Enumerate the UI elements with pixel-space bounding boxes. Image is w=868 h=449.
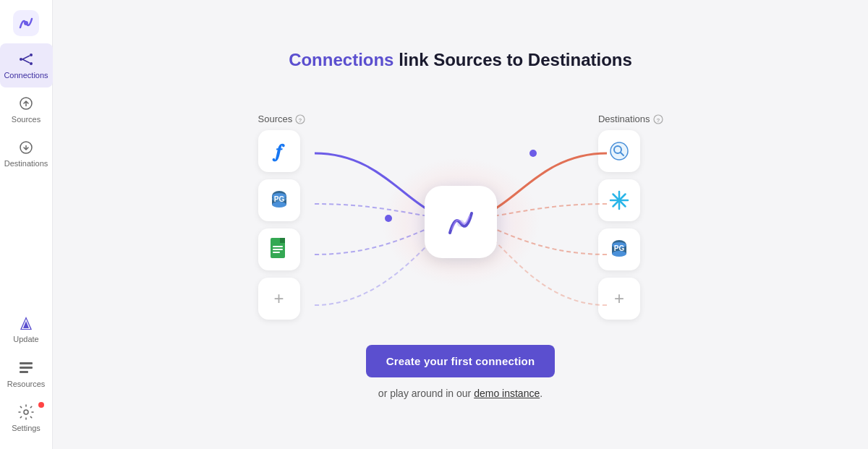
svg-line-6	[22, 59, 30, 63]
sidebar-bottom: Update Resources Settings	[0, 307, 53, 440]
svg-point-3	[30, 54, 33, 56]
main-content: Connections link Sources to Destinations…	[53, 0, 868, 449]
diagram-area: Sources ? 𝒇	[244, 99, 678, 345]
sidebar-item-sources-label: Sources	[12, 115, 41, 124]
sidebar-item-connections-label: Connections	[4, 71, 48, 80]
sources-icon	[17, 95, 35, 112]
sidebar-item-settings[interactable]: Settings	[0, 396, 53, 440]
app-logo	[12, 9, 41, 38]
sidebar-item-connections[interactable]: Connections	[0, 43, 53, 87]
sidebar-item-sources[interactable]: Sources	[0, 87, 53, 132]
create-connection-button[interactable]: Create your first connection	[366, 345, 556, 377]
resources-icon	[17, 359, 35, 377]
destinations-icon	[17, 139, 35, 156]
sidebar-item-settings-label: Settings	[12, 424, 41, 433]
sidebar-item-update[interactable]: Update	[0, 307, 53, 351]
svg-point-31	[385, 215, 392, 222]
headline-suffix: link Sources to Destinations	[393, 50, 631, 69]
headline-connections: Connections	[289, 50, 393, 69]
headline: Connections link Sources to Destinations	[289, 50, 632, 70]
svg-point-32	[529, 150, 537, 157]
sidebar: Connections Sources Destinations Update	[0, 0, 53, 449]
svg-point-17	[24, 410, 28, 414]
svg-point-1	[24, 21, 28, 25]
sidebar-item-destinations-label: Destinations	[4, 159, 48, 168]
update-icon	[17, 315, 35, 332]
connections-icon	[17, 51, 35, 68]
demo-instance-link[interactable]: demo instance	[474, 388, 540, 399]
sidebar-item-update-label: Update	[13, 335, 38, 344]
cta-section: Create your first connection or play aro…	[366, 345, 556, 399]
settings-icon	[17, 403, 35, 421]
center-logo-card	[425, 186, 497, 258]
svg-point-2	[20, 58, 22, 61]
svg-point-4	[30, 62, 33, 65]
airbyte-logo	[439, 200, 482, 244]
svg-rect-14	[20, 362, 33, 364]
svg-line-5	[22, 56, 30, 59]
settings-badge	[38, 402, 44, 408]
sidebar-item-destinations[interactable]: Destinations	[0, 132, 53, 176]
cta-subtext: or play around in our demo instance.	[378, 388, 542, 399]
sidebar-item-resources-label: Resources	[7, 380, 46, 389]
sidebar-item-resources[interactable]: Resources	[0, 352, 53, 396]
svg-rect-15	[20, 367, 33, 369]
svg-rect-16	[20, 371, 28, 373]
